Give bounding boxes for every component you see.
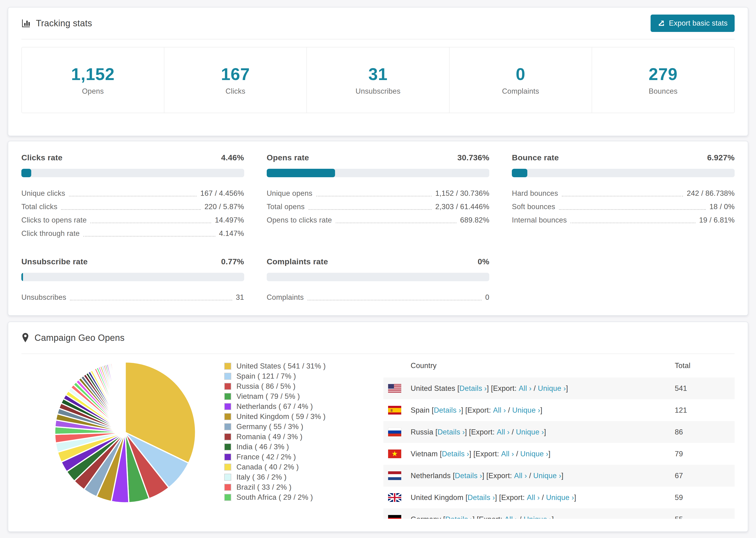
rate-detail-label: Hard bounces [512, 189, 558, 198]
legend-swatch [224, 463, 231, 471]
geo-table: Country Total United States [Details ›] … [383, 354, 735, 519]
rates-panel: Clicks rate 4.46% Unique clicks167 / 4.4… [8, 141, 748, 316]
bracket: [ [433, 428, 438, 436]
legend-swatch [224, 433, 231, 440]
export-all-link[interactable]: All › [514, 471, 527, 480]
details-link[interactable]: Details › [445, 515, 472, 519]
flag-gb-icon [388, 493, 401, 502]
legend-swatch [224, 423, 231, 430]
details-link[interactable]: Details › [442, 450, 469, 458]
rate-detail-value: 19 / 6.81% [699, 216, 735, 224]
geo-title: Campaign Geo Opens [21, 333, 125, 343]
tracking-stats-header: Tracking stats Export basic stats [21, 8, 735, 39]
details-link[interactable]: Details › [434, 406, 461, 414]
table-row: Germany [Details ›] [Export: All › / Uni… [383, 509, 735, 519]
rate-title: Bounce rate [512, 153, 559, 162]
legend-item: Vietnam ( 79 / 5% ) [224, 391, 356, 402]
flag-us-icon [388, 384, 401, 393]
export-unique-link[interactable]: Unique › [533, 471, 561, 480]
export-icon [658, 20, 665, 27]
dotted-leader [70, 297, 232, 300]
legend-item: Spain ( 121 / 7% ) [224, 371, 356, 381]
bounces-count: 279 [649, 65, 677, 84]
pie-slice [125, 362, 125, 432]
legend-label: United Kingdom ( 59 / 3% ) [237, 412, 326, 421]
legend-item: France ( 42 / 2% ) [224, 452, 356, 462]
flag-es-icon [388, 406, 401, 414]
export-prefix: ] [Export: [465, 428, 497, 436]
export-unique-link[interactable]: Unique › [538, 384, 566, 393]
export-unique-link[interactable]: Unique › [546, 493, 574, 502]
geo-table-header: Country Total [383, 354, 735, 377]
details-link[interactable]: Details › [437, 428, 465, 436]
total-column-header: Total [675, 361, 730, 370]
details-link[interactable]: Details › [468, 493, 495, 502]
legend-item: Russia ( 86 / 5% ) [224, 381, 356, 391]
export-prefix: ] [Export: [461, 406, 493, 414]
export-prefix: ] [Export: [473, 515, 505, 519]
opens-count: 1,152 [71, 65, 115, 84]
legend-label: Romania ( 49 / 3% ) [237, 433, 302, 441]
dotted-leader [559, 207, 706, 210]
rate-detail-row: Total clicks220 / 5.87% [21, 200, 244, 213]
export-unique-link[interactable]: Unique › [516, 428, 544, 436]
flag-nl-icon [388, 471, 401, 480]
legend-label: South Africa ( 29 / 2% ) [237, 493, 313, 502]
export-all-link[interactable]: All › [493, 406, 506, 414]
details-link[interactable]: Details › [459, 384, 487, 393]
legend-label: Russia ( 86 / 5% ) [237, 382, 296, 391]
table-row: Russia [Details ›] [Export: All › / Uniq… [383, 421, 735, 443]
country-total: 59 [675, 493, 730, 502]
stat-clicks: 167 Clicks [164, 47, 307, 113]
bracket: ] [561, 471, 564, 480]
country-cell: United States [Details ›] [Export: All ›… [411, 384, 675, 393]
rate-value: 6.927% [707, 153, 735, 162]
country-name: Russia [411, 428, 433, 436]
pie-legend: United States ( 541 / 31% )Spain ( 121 /… [224, 361, 356, 502]
summary-stats-row: 1,152 Opens 167 Clicks 31 Unsubscribes 0… [21, 47, 735, 113]
bracket: ] [566, 384, 568, 393]
country-cell: Spain [Details ›] [Export: All › / Uniqu… [411, 406, 675, 414]
rate-title: Unsubscribe rate [21, 257, 88, 266]
legend-label: Italy ( 36 / 2% ) [237, 473, 287, 481]
rate-detail-label: Click through rate [21, 229, 80, 238]
export-all-link[interactable]: All › [527, 493, 540, 502]
rate-detail-row: Opens to clicks rate689.82% [267, 213, 490, 227]
export-all-link[interactable]: All › [519, 384, 531, 393]
legend-label: Brazil ( 33 / 2% ) [237, 483, 292, 492]
export-prefix: ] [Export: [469, 450, 501, 458]
legend-item: Brazil ( 33 / 2% ) [224, 482, 356, 492]
dotted-leader [69, 194, 197, 196]
rate-detail-row: Total opens2,303 / 61.446% [267, 200, 490, 213]
rate-detail-row: Unsubscribes31 [21, 291, 244, 304]
rate-detail-value: 2,303 / 61.446% [435, 202, 489, 211]
rate-detail-row: Complaints0 [267, 291, 490, 304]
opens-rate-section: Opens rate 30.736% Unique opens1,152 / 3… [267, 153, 490, 240]
legend-swatch [224, 363, 231, 370]
slash: / [506, 406, 512, 414]
export-all-link[interactable]: All › [497, 428, 510, 436]
flag-ru-icon [388, 428, 401, 436]
rate-detail-label: Complaints [267, 293, 304, 301]
export-prefix: ] [Export: [487, 384, 519, 393]
export-basic-stats-button[interactable]: Export basic stats [651, 15, 735, 32]
dotted-leader [83, 234, 215, 237]
export-all-link[interactable]: All › [505, 515, 517, 519]
flag-vn-icon [388, 450, 401, 458]
export-unique-link[interactable]: Unique › [512, 406, 540, 414]
rate-value: 0% [478, 257, 490, 266]
geo-header: Campaign Geo Opens [21, 322, 735, 354]
dotted-leader [307, 297, 482, 300]
export-unique-link[interactable]: Unique › [523, 515, 552, 519]
bar-chart-icon [21, 19, 31, 28]
dotted-leader [570, 220, 695, 223]
legend-label: France ( 42 / 2% ) [237, 453, 296, 461]
rate-detail-value: 0 [485, 293, 490, 301]
export-unique-link[interactable]: Unique › [520, 450, 549, 458]
export-all-link[interactable]: All › [501, 450, 514, 458]
country-total: 67 [675, 471, 730, 480]
legend-item: Romania ( 49 / 3% ) [224, 432, 356, 442]
legend-swatch [224, 383, 231, 390]
details-link[interactable]: Details › [455, 471, 482, 480]
unsubscribe-rate-bar [21, 273, 244, 281]
